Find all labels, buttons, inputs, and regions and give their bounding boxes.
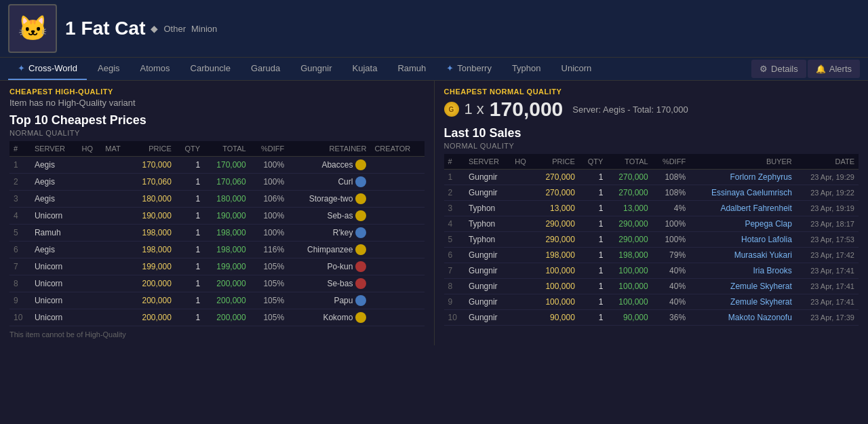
tab-ramuh[interactable]: Ramuh xyxy=(388,58,435,80)
last-sales-table: # SERVER HQ PRICE QTY TOTAL %DIFF BUYER … xyxy=(444,154,859,326)
right-quality-label: NORMAL QUALITY xyxy=(444,142,859,150)
row-qty: 1 xyxy=(176,275,204,292)
row-server: Gungnir xyxy=(465,263,511,279)
row-total: 90,000 xyxy=(607,310,652,326)
row-server: Typhon xyxy=(465,216,511,232)
col-pct: %DIFF xyxy=(652,154,690,170)
row-server: Unicorn xyxy=(31,275,78,292)
item-icon: 🐱 xyxy=(8,4,57,53)
table-row: 9 Unicorn 200,000 1 200,000 105% Papu xyxy=(9,292,425,309)
row-server: Unicorn xyxy=(31,309,78,326)
row-mat xyxy=(101,174,130,191)
tab-unicorn[interactable]: Unicorn xyxy=(552,58,601,80)
table-row: 2 Gungnir 270,000 1 270,000 108% Essinay… xyxy=(444,185,859,201)
row-hq xyxy=(78,309,102,326)
row-date: 23 Apr, 17:53 xyxy=(796,232,859,248)
row-pct: 100% xyxy=(250,225,288,242)
row-num: 4 xyxy=(444,216,465,232)
row-num: 7 xyxy=(9,258,31,275)
row-price: 170,000 xyxy=(130,157,176,174)
row-price: 180,000 xyxy=(130,191,176,208)
row-hq xyxy=(511,279,534,294)
row-creator xyxy=(370,174,424,191)
row-total: 100,000 xyxy=(607,263,652,279)
tab-garuda[interactable]: Garuda xyxy=(241,58,290,80)
table-row: 6 Aegis 198,000 1 198,000 116% Chimpanze… xyxy=(9,242,425,258)
row-date: 23 Apr, 17:41 xyxy=(796,263,859,279)
row-server: Gungnir xyxy=(465,248,511,263)
retainer-icon xyxy=(355,210,366,221)
row-num: 5 xyxy=(9,225,31,242)
col-server: SERVER xyxy=(465,154,511,170)
row-pct: 4% xyxy=(652,201,690,216)
tab-aegis[interactable]: Aegis xyxy=(88,58,130,80)
row-num: 4 xyxy=(9,208,31,225)
alerts-button[interactable]: Alerts xyxy=(808,60,860,78)
left-panel: CHEAPEST HIGH-QUALITY Item has no High-Q… xyxy=(0,81,435,345)
tab-cross-world[interactable]: Cross-World xyxy=(8,58,87,80)
table-row: 4 Typhon 290,000 1 290,000 100% Pepega C… xyxy=(444,216,859,232)
row-hq xyxy=(511,201,534,216)
tab-kujata[interactable]: Kujata xyxy=(343,58,387,80)
row-server: Gungnir xyxy=(465,279,511,294)
row-qty: 1 xyxy=(579,201,608,216)
row-server: Unicorn xyxy=(31,208,78,225)
row-total: 198,000 xyxy=(607,248,652,263)
row-hq xyxy=(511,185,534,201)
row-qty: 1 xyxy=(176,309,204,326)
row-retainer: Kokomo xyxy=(288,309,370,326)
row-price: 170,060 xyxy=(130,174,176,191)
table-row: 4 Unicorn 190,000 1 190,000 100% Seb-as xyxy=(9,208,425,225)
row-total: 290,000 xyxy=(607,232,652,248)
row-num: 10 xyxy=(9,309,31,326)
tab-typhon[interactable]: Typhon xyxy=(502,58,551,80)
page-header: 🐱 1 Fat Cat ◆ Other Minion xyxy=(0,0,868,58)
row-server: Ramuh xyxy=(31,225,78,242)
bell-icon xyxy=(816,64,826,74)
row-server: Gungnir xyxy=(465,170,511,185)
row-retainer: R'key xyxy=(288,225,370,242)
table-row: 6 Gungnir 198,000 1 198,000 79% Murasaki… xyxy=(444,248,859,263)
row-qty: 1 xyxy=(579,170,608,185)
tab-atomos[interactable]: Atomos xyxy=(131,58,180,80)
details-button[interactable]: Details xyxy=(751,60,806,78)
row-qty: 1 xyxy=(176,292,204,309)
row-date: 23 Apr, 19:19 xyxy=(796,201,859,216)
col-qty: QTY xyxy=(579,154,608,170)
row-price: 198,000 xyxy=(534,248,578,263)
row-pct: 100% xyxy=(250,174,288,191)
table-row: 9 Gungnir 100,000 1 100,000 40% Zemule S… xyxy=(444,294,859,310)
row-pct: 105% xyxy=(250,309,288,326)
row-pct: 100% xyxy=(652,216,690,232)
row-hq xyxy=(78,157,102,174)
row-buyer: Essinaya Caelumrisch xyxy=(690,185,796,201)
row-total: 190,000 xyxy=(204,208,250,225)
row-hq xyxy=(511,248,534,263)
row-date: 23 Apr, 17:42 xyxy=(796,248,859,263)
row-qty: 1 xyxy=(579,279,608,294)
row-pct: 36% xyxy=(652,310,690,326)
table-row: 3 Typhon 13,000 1 13,000 4% Adalbert Fah… xyxy=(444,201,859,216)
retainer-icon xyxy=(355,295,366,306)
row-qty: 1 xyxy=(579,294,608,310)
row-pct: 40% xyxy=(652,279,690,294)
row-server: Typhon xyxy=(465,201,511,216)
row-retainer: Storage-two xyxy=(288,191,370,208)
row-server: Aegis xyxy=(31,191,78,208)
col-num: # xyxy=(9,141,31,157)
main-content: CHEAPEST HIGH-QUALITY Item has no High-Q… xyxy=(0,81,868,345)
row-buyer: Iria Brooks xyxy=(690,263,796,279)
row-total: 180,000 xyxy=(204,191,250,208)
row-price: 90,000 xyxy=(534,310,578,326)
hq-label: CHEAPEST HIGH-QUALITY xyxy=(9,88,425,96)
item-number: 1 xyxy=(65,18,76,39)
row-num: 8 xyxy=(444,279,465,294)
row-num: 1 xyxy=(9,157,31,174)
row-creator xyxy=(370,309,424,326)
row-qty: 1 xyxy=(579,185,608,201)
tab-tonberry[interactable]: Tonberry xyxy=(437,58,501,80)
row-date: 23 Apr, 17:41 xyxy=(796,294,859,310)
tab-gungnir[interactable]: Gungnir xyxy=(291,58,341,80)
col-num: # xyxy=(444,154,465,170)
tab-carbuncle[interactable]: Carbuncle xyxy=(181,58,240,80)
